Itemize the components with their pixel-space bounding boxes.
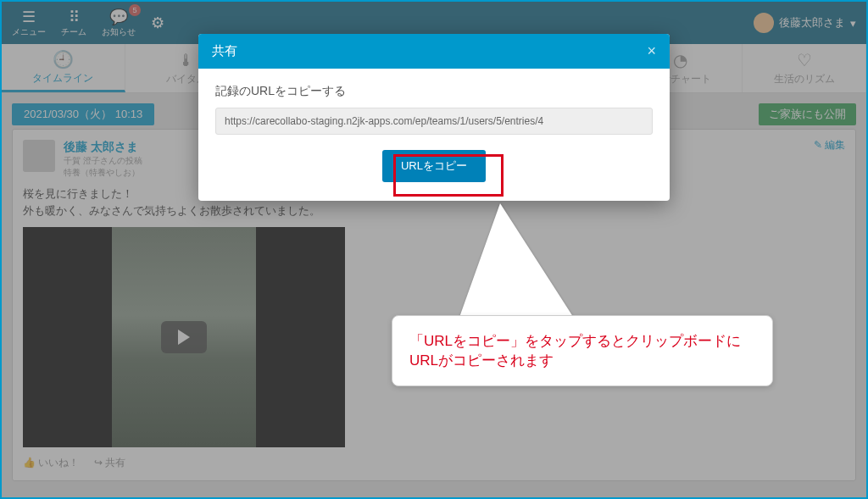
modal-title: 共有 bbox=[212, 43, 237, 59]
close-icon[interactable]: × bbox=[647, 42, 656, 60]
url-field[interactable]: https://carecollabo-staging.n2jk-apps.co… bbox=[215, 108, 653, 135]
callout-text: 「URLをコピー」をタップするとクリップボードにURLがコピーされます bbox=[409, 333, 741, 369]
callout-annotation: 「URLをコピー」をタップするとクリップボードにURLがコピーされます bbox=[392, 315, 773, 386]
share-modal: 共有 × 記録のURLをコピーする https://carecollabo-st… bbox=[198, 34, 670, 201]
callout-tail bbox=[458, 203, 576, 322]
modal-header: 共有 × bbox=[198, 34, 670, 69]
modal-label: 記録のURLをコピーする bbox=[215, 84, 653, 99]
copy-url-button[interactable]: URLをコピー bbox=[382, 150, 486, 182]
